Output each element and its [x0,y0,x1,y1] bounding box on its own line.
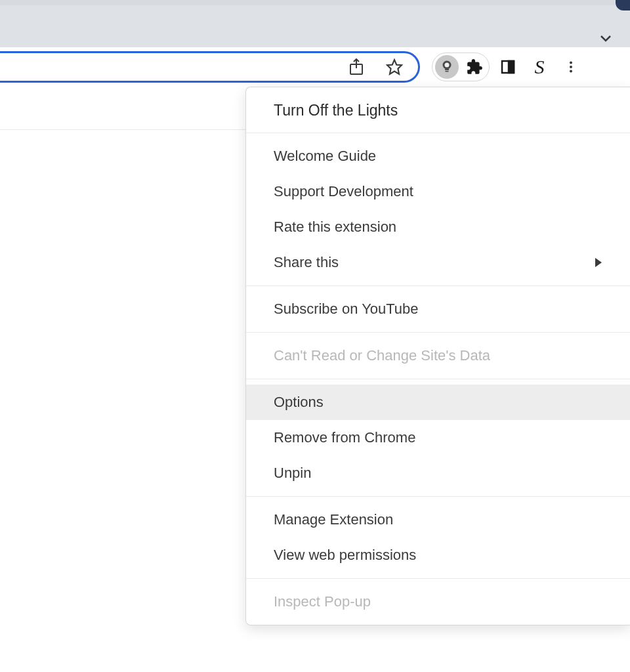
menu-section: Welcome GuideSupport DevelopmentRate thi… [246,133,630,286]
share-icon[interactable] [345,55,368,79]
menu-item: Can't Read or Change Site's Data [246,338,630,373]
svg-rect-4 [446,71,449,72]
extension-pill [432,52,490,81]
menu-section: Subscribe on YouTube [246,286,630,333]
menu-item-label: Manage Extension [274,511,393,528]
menu-item[interactable]: Subscribe on YouTube [246,291,630,327]
menu-item[interactable]: Options [246,385,630,420]
menu-item: Inspect Pop-up [246,584,630,620]
svg-point-8 [570,62,572,64]
menu-item-label: Share this [274,254,339,271]
svg-rect-3 [445,69,449,70]
tab-corner-decoration [616,0,630,10]
svg-point-9 [570,66,572,68]
menu-item-label: Can't Read or Change Site's Data [274,347,490,364]
tabs-dropdown-chevron-icon[interactable] [598,30,614,46]
side-panel-icon[interactable] [495,54,521,80]
menu-item[interactable]: Support Development [246,174,630,209]
svg-marker-1 [387,60,402,74]
tab-bar [0,0,630,47]
svg-point-10 [570,70,572,72]
browser-menu-icon[interactable] [558,54,584,80]
menu-item-label: Options [274,394,324,411]
menu-item[interactable]: Unpin [246,455,630,491]
turn-off-lights-extension-icon[interactable] [435,55,459,79]
menu-item-label: Welcome Guide [274,148,376,165]
menu-item[interactable]: Manage Extension [246,502,630,537]
s-extension-icon[interactable]: S [526,54,553,80]
svg-point-5 [445,63,450,68]
menu-item[interactable]: Share this [246,245,630,280]
svg-marker-11 [595,258,602,267]
address-bar[interactable] [0,51,420,83]
menu-item-label: View web permissions [274,547,416,564]
toolbar-icons: S [432,52,584,81]
menu-item[interactable]: Rate this extension [246,209,630,245]
menu-item-label: Inspect Pop-up [274,593,371,610]
menu-item[interactable]: Remove from Chrome [246,420,630,455]
menu-section: OptionsRemove from ChromeUnpin [246,379,630,497]
menu-item-label: Support Development [274,183,413,200]
menu-section: Manage ExtensionView web permissions [246,497,630,579]
menu-item[interactable]: Welcome Guide [246,138,630,174]
menu-item-label: Remove from Chrome [274,429,415,446]
svg-rect-7 [509,61,514,73]
toolbar-row: S [0,47,630,87]
menu-section: Inspect Pop-up [246,579,630,625]
extensions-puzzle-icon[interactable] [463,55,486,79]
menu-section: Can't Read or Change Site's Data [246,333,630,379]
extension-context-menu: Turn Off the Lights Welcome GuideSupport… [245,87,630,625]
menu-item-label: Rate this extension [274,219,396,236]
context-menu-title: Turn Off the Lights [246,87,630,133]
menu-item[interactable]: View web permissions [246,537,630,573]
bookmark-star-icon[interactable] [383,55,406,79]
submenu-arrow-icon [595,258,602,267]
menu-item-label: Subscribe on YouTube [274,301,419,318]
menu-item-label: Unpin [274,465,311,482]
